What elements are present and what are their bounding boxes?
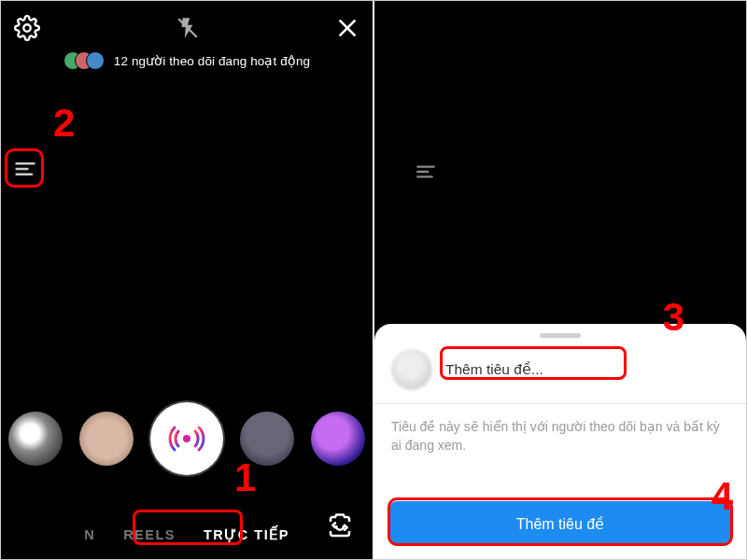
divider [374,403,746,404]
mode-reels[interactable]: REELS [123,527,176,542]
add-title-button[interactable]: Thêm tiêu đề [389,501,731,546]
add-title-screen: Tiêu đề này sẽ hiển thị với người theo d… [374,1,746,559]
avatar-stack [63,51,105,70]
filter-carousel[interactable] [1,402,373,475]
flash-off-icon[interactable] [176,16,200,40]
svg-point-7 [183,435,190,442]
mode-live[interactable]: TRỰC TIẾP [204,527,289,542]
go-live-button[interactable] [150,402,223,475]
close-icon[interactable] [335,16,359,40]
title-input-row [389,345,731,403]
title-hint-text: Tiêu đề này sẽ hiển thị với người theo d… [389,417,731,492]
title-input[interactable] [445,361,729,378]
svg-point-0 [23,24,30,31]
annotation-2: 2 [53,104,75,143]
add-title-icon[interactable] [414,160,438,184]
add-title-icon[interactable] [12,156,38,182]
settings-icon[interactable] [14,15,40,41]
switch-camera-icon[interactable] [324,511,356,542]
filter-thumb[interactable] [240,412,294,466]
sheet-grabber[interactable] [540,333,581,338]
camera-mode-row[interactable]: N REELS TRỰC TIẾP [1,527,373,542]
title-bottom-sheet: Tiêu đề này sẽ hiển thị với người theo d… [374,324,746,559]
filter-thumb[interactable] [8,412,63,466]
live-camera-screen: 12 người theo dõi đang hoạt động [1,1,373,559]
filter-thumb[interactable] [311,412,365,466]
mode-faded-prefix: N [84,527,95,542]
active-followers-row[interactable]: 12 người theo dõi đang hoạt động [1,46,373,70]
top-bar [1,1,373,46]
avatar [391,349,432,390]
active-followers-text: 12 người theo dõi đang hoạt động [114,53,310,68]
filter-thumb[interactable] [79,412,134,466]
